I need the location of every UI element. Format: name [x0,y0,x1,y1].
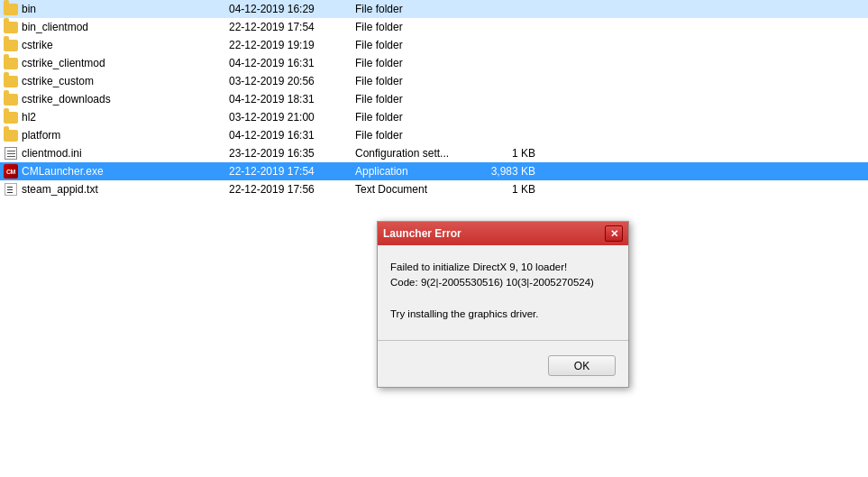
file-type: File folder [355,129,472,142]
file-name: CMLauncher.exe [22,165,229,178]
dialog-footer: OK [378,348,628,387]
file-list: bin04-12-2019 16:29File folderbin_client… [0,0,868,198]
file-size: 1 KB [472,183,544,196]
dialog-message-line2: Code: 9(2|-2005530516) 10(3|-2005270524) [390,277,594,288]
folder-icon [4,20,18,34]
config-icon [4,146,18,161]
file-row[interactable]: hl203-12-2019 21:00File folder [0,108,868,126]
folder-icon [4,2,18,16]
folder-icon [4,128,18,142]
file-date: 04-12-2019 16:31 [229,57,355,69]
file-date: 23-12-2019 16:35 [229,147,355,160]
file-type: File folder [355,75,472,87]
launcher-error-dialog[interactable]: Launcher Error ✕ Failed to initialize Di… [377,221,629,388]
file-row[interactable]: cstrike_clientmod04-12-2019 16:31File fo… [0,54,868,72]
file-date: 03-12-2019 20:56 [229,75,355,87]
ok-button[interactable]: OK [548,355,616,376]
file-size: 3,983 KB [472,165,544,178]
folder-icon [4,110,18,124]
file-name: bin_clientmod [22,21,229,33]
file-type: File folder [355,21,472,33]
file-type: Application [355,165,472,178]
file-type: Text Document [355,183,472,196]
dialog-message-line4: Try installing the graphics driver. [390,308,538,319]
dialog-divider [378,340,628,341]
folder-icon [4,92,18,106]
file-date: 04-12-2019 16:29 [229,3,355,15]
file-row[interactable]: CMCMLauncher.exe22-12-2019 17:54Applicat… [0,162,868,180]
folder-icon [4,74,18,88]
exe-icon: CM [4,164,18,179]
folder-icon [4,38,18,52]
file-row[interactable]: bin04-12-2019 16:29File folder [0,0,868,18]
file-size: 1 KB [472,147,544,160]
file-row[interactable]: cstrike22-12-2019 19:19File folder [0,36,868,54]
file-date: 22-12-2019 17:54 [229,21,355,33]
file-row[interactable]: steam_appid.txt22-12-2019 17:56Text Docu… [0,180,868,198]
file-row[interactable]: cstrike_custom03-12-2019 20:56File folde… [0,72,868,90]
file-row[interactable]: platform04-12-2019 16:31File folder [0,126,868,144]
folder-icon [4,56,18,70]
txt-icon [4,182,18,197]
dialog-message: Failed to initialize DirectX 9, 10 loade… [390,260,616,322]
file-name: clientmod.ini [22,147,229,160]
file-name: hl2 [22,111,229,124]
file-name: cstrike_custom [22,75,229,87]
file-date: 22-12-2019 19:19 [229,39,355,51]
file-type: Configuration sett... [355,147,472,160]
file-type: File folder [355,111,472,124]
file-name: steam_appid.txt [22,183,229,196]
dialog-content: Failed to initialize DirectX 9, 10 loade… [378,245,628,340]
dialog-titlebar: Launcher Error ✕ [378,222,628,245]
dialog-message-line1: Failed to initialize DirectX 9, 10 loade… [390,261,567,272]
file-date: 04-12-2019 18:31 [229,93,355,105]
file-row[interactable]: bin_clientmod22-12-2019 17:54File folder [0,18,868,36]
file-name: cstrike_downloads [22,93,229,105]
file-type: File folder [355,93,472,105]
file-name: platform [22,129,229,142]
file-date: 03-12-2019 21:00 [229,111,355,124]
file-type: File folder [355,39,472,51]
file-row[interactable]: clientmod.ini23-12-2019 16:35Configurati… [0,144,868,162]
file-type: File folder [355,57,472,69]
dialog-title: Launcher Error [383,227,461,240]
file-date: 22-12-2019 17:56 [229,183,355,196]
file-type: File folder [355,3,472,15]
file-name: cstrike_clientmod [22,57,229,69]
dialog-close-button[interactable]: ✕ [605,225,623,242]
file-date: 22-12-2019 17:54 [229,165,355,178]
file-date: 04-12-2019 16:31 [229,129,355,142]
file-row[interactable]: cstrike_downloads04-12-2019 18:31File fo… [0,90,868,108]
file-name: bin [22,3,229,15]
file-name: cstrike [22,39,229,51]
